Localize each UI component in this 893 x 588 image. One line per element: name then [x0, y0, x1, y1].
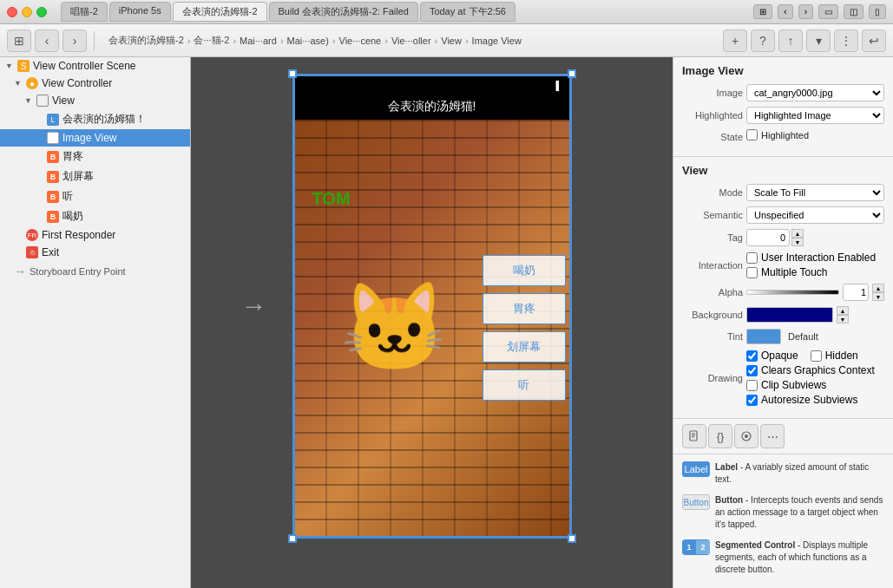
close-button[interactable]	[7, 7, 17, 17]
breadcrumb-item-2[interactable]: 会···猫-2	[194, 34, 229, 47]
breadcrumb-item-5[interactable]: Vie···cene	[339, 36, 382, 46]
outline-view[interactable]: View	[0, 92, 190, 109]
outline-btn-huaping[interactable]: B 划屏幕	[0, 167, 190, 186]
tag-decrement[interactable]: ▼	[791, 238, 804, 246]
file-icon-btn[interactable]	[682, 424, 706, 448]
selection-handle-tl	[288, 69, 297, 78]
breadcrumb-item-6[interactable]: Vie···oller	[391, 36, 431, 46]
hidden-checkbox[interactable]	[811, 350, 822, 362]
layout-button2[interactable]: ◫	[844, 4, 863, 19]
mode-select[interactable]: Scale To Fill	[746, 184, 884, 201]
phone-btn-weizhen[interactable]: 胃疼	[483, 293, 566, 324]
alpha-decrement[interactable]: ▼	[872, 292, 884, 301]
breadcrumb-sep-7: ›	[465, 36, 469, 46]
autoresize-label: Autoresize Subviews	[761, 394, 857, 406]
background-color-swatch[interactable]	[746, 307, 833, 323]
multiple-touch-checkbox[interactable]	[746, 267, 758, 278]
forward-button[interactable]: ›	[798, 4, 813, 19]
titlebar: 唱猫-2 iPhone 5s 会表演的汤姆猫-2 Build 会表演的汤姆猫-2…	[0, 0, 893, 24]
more-icon-btn[interactable]: ⋯	[760, 424, 785, 448]
braces-icon-btn[interactable]: {}	[708, 424, 732, 448]
cat-emoji: 🐱	[340, 277, 449, 379]
tag-input[interactable]	[746, 229, 790, 246]
seg-half-1: 1	[682, 540, 696, 554]
right-panel: Image View Image cat_angry0000.jpg Highl…	[673, 57, 893, 588]
mode-select-wrap: Scale To Fill	[746, 184, 884, 201]
autoresize-row: Autoresize Subviews	[746, 394, 875, 406]
breadcrumb-item-7[interactable]: View	[441, 36, 462, 46]
storyboard-entry-point: → Storyboard Entry Point	[0, 261, 190, 282]
state-property-row: State Highlighted	[682, 129, 884, 144]
outline-vc[interactable]: ● View Controller	[0, 75, 190, 92]
outline-fr[interactable]: FR First Responder	[0, 226, 190, 244]
tab-device[interactable]: iPhone 5s	[109, 2, 171, 22]
bookmark-button[interactable]: ▾	[806, 29, 831, 52]
circle-icon-btn[interactable]	[734, 424, 758, 448]
autoresize-checkbox[interactable]	[746, 395, 758, 406]
tag-increment[interactable]: ▲	[791, 229, 804, 238]
graffiti: TOM	[312, 189, 351, 209]
outline-label[interactable]: L 会表演的汤姆猫！	[0, 109, 190, 129]
highlighted-select[interactable]: Highlighted Image	[746, 107, 884, 124]
alpha-increment[interactable]: ▲	[872, 284, 884, 292]
maximize-button[interactable]	[36, 7, 47, 17]
minimize-button[interactable]	[22, 7, 32, 17]
seg-component-icon: 1 2	[682, 539, 710, 555]
clears-checkbox[interactable]	[746, 365, 758, 376]
outline-exit[interactable]: ⎋ Exit	[0, 244, 190, 261]
fr-icon: FR	[26, 229, 38, 241]
bg-decrement[interactable]: ▼	[837, 315, 849, 323]
breadcrumb-item-8[interactable]: Image View	[472, 36, 522, 46]
layout-button1[interactable]: ▭	[818, 4, 838, 19]
tint-color-swatch[interactable]	[746, 329, 781, 344]
outline-btn-henai[interactable]: B 喝奶	[0, 206, 190, 226]
multiple-touch-row: Multiple Touch	[746, 266, 876, 278]
share-button[interactable]: ↑	[778, 29, 803, 52]
prev-button[interactable]: ‹	[35, 29, 59, 52]
breadcrumb-item-1[interactable]: 会表演的汤姆猫-2	[108, 34, 184, 47]
view-section: View Mode Scale To Fill Semantic Unspeci…	[673, 157, 893, 419]
svg-point-5	[745, 434, 748, 438]
outline-btn-ting[interactable]: B 听	[0, 186, 190, 206]
tab-time[interactable]: Today at 下午2:56	[420, 2, 515, 22]
alpha-slider[interactable]	[746, 290, 839, 295]
btn-b4-icon: B	[47, 211, 59, 223]
settings-button[interactable]: ⋮	[834, 29, 858, 52]
state-checkbox-label: Highlighted	[761, 130, 809, 140]
view-icon	[36, 95, 49, 107]
phone-btn-henai[interactable]: 喝奶	[483, 255, 566, 286]
layout-button3[interactable]: ▯	[869, 4, 886, 19]
outline-scene[interactable]: S View Controller Scene	[0, 57, 190, 75]
breadcrumb-item-3[interactable]: Mai···ard	[240, 36, 277, 46]
help-button[interactable]: ?	[751, 29, 775, 52]
outline-imageview[interactable]: Image View	[0, 129, 190, 147]
semantic-select[interactable]: Unspecified	[746, 206, 884, 224]
add-button[interactable]: +	[723, 29, 747, 52]
canvas-area[interactable]: → ▌ 会表演的汤姆猫!	[191, 57, 673, 588]
tab-app-name[interactable]: 会表演的汤姆猫-2	[173, 2, 267, 22]
grid-view-button[interactable]: ⊞	[753, 4, 772, 19]
seg-half-2: 2	[696, 540, 710, 554]
phone-btn-ting[interactable]: 听	[483, 369, 566, 401]
alpha-input[interactable]	[843, 284, 869, 301]
scene-triangle	[5, 62, 14, 70]
tab-build-status[interactable]: Build 会表演的汤姆猫-2: Failed	[269, 2, 418, 22]
view-triangle	[24, 96, 33, 105]
semantic-property-row: Semantic Unspecified	[682, 206, 884, 224]
tab-project[interactable]: 唱猫-2	[61, 2, 108, 22]
state-checkbox[interactable]	[746, 129, 758, 140]
breadcrumb-item-4[interactable]: Mai···ase)	[287, 36, 329, 46]
outline-btn-weizhen[interactable]: B 胃疼	[0, 147, 190, 167]
bg-increment[interactable]: ▲	[837, 306, 849, 315]
next-button[interactable]: ›	[62, 29, 87, 52]
image-select[interactable]: cat_angry0000.jpg	[746, 84, 884, 101]
user-interaction-checkbox[interactable]	[746, 252, 758, 264]
phone-btn-huaping[interactable]: 划屏幕	[483, 331, 566, 363]
back-nav-button[interactable]: ↩	[862, 29, 886, 52]
clip-checkbox[interactable]	[746, 380, 758, 391]
opaque-checkbox[interactable]	[746, 350, 758, 362]
back-button[interactable]: ‹	[778, 4, 792, 19]
label-component-icon: Label	[682, 461, 710, 477]
phone-inner: ▌ 会表演的汤姆猫! 🐱 TOM	[295, 76, 569, 536]
grid-button[interactable]: ⊞	[7, 29, 31, 52]
